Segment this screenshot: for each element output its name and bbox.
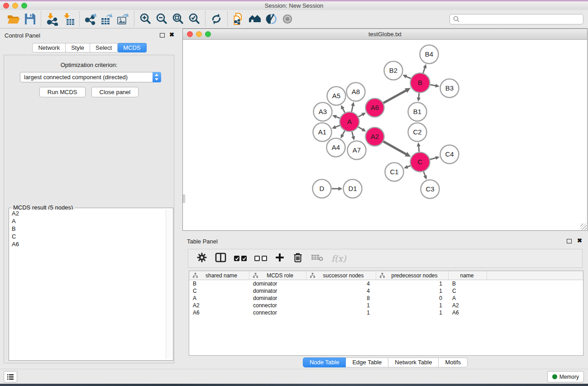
graph-node-c2[interactable]: C2	[408, 123, 427, 142]
cell-mcds-role[interactable]: connector	[249, 302, 306, 309]
delete-table-button[interactable]	[311, 253, 324, 264]
float-table-panel-icon[interactable]	[567, 239, 572, 243]
eye-button[interactable]	[279, 11, 296, 27]
table-row-a[interactable]: Adominator80A	[189, 295, 583, 302]
toggle-graphics-button[interactable]	[263, 11, 279, 27]
cell-successor-nodes[interactable]: 8	[306, 295, 376, 302]
cell-name[interactable]: A6	[449, 309, 487, 316]
graph-edge-a6-b[interactable]	[383, 88, 411, 103]
close-table-panel-icon[interactable]: ✖	[577, 237, 582, 244]
graph-node-c4[interactable]: C4	[440, 145, 459, 164]
graph-edge-a-a8[interactable]	[351, 102, 354, 112]
delete-column-button[interactable]	[292, 252, 303, 265]
column-header-shared-name[interactable]: shared name	[189, 271, 249, 280]
result-item-a6[interactable]: A6	[10, 240, 166, 248]
task-history-button[interactable]	[4, 371, 17, 382]
graph-edge-c-c2[interactable]	[417, 142, 421, 152]
cell-shared-name[interactable]: A	[189, 295, 249, 302]
cell-successor-nodes[interactable]: 1	[306, 302, 376, 309]
float-panel-icon[interactable]	[160, 33, 165, 38]
deselect-all-columns-button[interactable]	[254, 256, 267, 261]
result-item-c[interactable]: C	[10, 233, 166, 240]
graph-edge-b-b1[interactable]	[417, 93, 421, 101]
graph-edge-c-c4[interactable]	[430, 156, 440, 160]
cell-successor-nodes[interactable]: 4	[306, 287, 376, 295]
tab-style[interactable]: Style	[66, 43, 90, 52]
graph-node-a4[interactable]: A4	[327, 138, 345, 157]
graph-edge-a-a1[interactable]	[332, 125, 340, 129]
graph-node-b2[interactable]: B2	[384, 62, 403, 80]
tab-edge-table[interactable]: Edge Table	[346, 357, 388, 367]
import-network-button[interactable]	[44, 11, 60, 27]
cell-mcds-role[interactable]: dominator	[249, 295, 306, 302]
table-settings-button[interactable]	[196, 252, 207, 265]
import-table-button[interactable]	[60, 11, 76, 27]
cell-predecessor-nodes[interactable]: 1	[376, 280, 449, 287]
function-builder-button[interactable]: f(x)	[331, 253, 346, 263]
tab-mcds[interactable]: MCDS	[118, 43, 146, 52]
graph-node-c1[interactable]: C1	[385, 163, 404, 181]
result-item-a[interactable]: A	[10, 217, 166, 225]
tab-motifs[interactable]: Motifs	[439, 357, 468, 367]
save-session-button[interactable]	[22, 11, 38, 27]
cell-name[interactable]: B	[449, 280, 487, 287]
cell-successor-nodes[interactable]: 4	[306, 280, 376, 287]
graph-node-a2[interactable]: A2	[366, 128, 384, 146]
cell-mcds-role[interactable]: connector	[249, 309, 306, 316]
graph-edge-d-d1[interactable]	[332, 187, 343, 191]
cell-name[interactable]: A	[449, 295, 487, 302]
zoom-out-button[interactable]	[153, 11, 170, 27]
cell-successor-nodes[interactable]: 1	[306, 309, 376, 316]
create-column-button[interactable]	[275, 253, 285, 264]
cell-shared-name[interactable]: A6	[189, 309, 249, 316]
result-item-b[interactable]: B	[10, 225, 166, 233]
home-button[interactable]	[247, 11, 263, 27]
graph-node-a8[interactable]: A8	[347, 83, 365, 101]
criterion-dropdown[interactable]: largest connected component (directed)	[20, 72, 161, 82]
graph-edge-b-b2[interactable]	[402, 75, 411, 78]
graph-node-b4[interactable]: B4	[420, 45, 439, 64]
zoom-fit-button[interactable]	[170, 11, 186, 27]
graph-edge-a-a4[interactable]	[340, 131, 344, 138]
close-panel-button[interactable]: Close panel	[91, 87, 139, 97]
network-canvas[interactable]: B4B2BB3A8A5A6B1A3AC2A1A2A4A7C4CC1C3DD1	[183, 40, 587, 230]
tab-network-table[interactable]: Network Table	[388, 357, 439, 367]
table-row-b[interactable]: Bdominator41B	[189, 280, 583, 287]
graph-node-a3[interactable]: A3	[314, 103, 332, 121]
graph-node-a6[interactable]: A6	[366, 99, 384, 117]
run-mcds-button[interactable]: Run MCDS	[39, 87, 86, 97]
graph-node-c3[interactable]: C3	[421, 180, 440, 199]
close-panel-icon[interactable]: ✖	[169, 31, 174, 38]
tab-select[interactable]: Select	[90, 43, 118, 52]
cell-shared-name[interactable]: A2	[189, 302, 249, 309]
cell-name[interactable]: A2	[449, 302, 487, 309]
cell-predecessor-nodes[interactable]: 0	[376, 295, 449, 302]
memory-button[interactable]: Memory	[547, 371, 584, 382]
select-all-columns-button[interactable]	[234, 256, 247, 261]
table-row-a2[interactable]: A2connector11A2	[189, 302, 583, 309]
cell-shared-name[interactable]: B	[189, 280, 249, 287]
cell-name[interactable]: C	[449, 287, 487, 295]
graph-node-a1[interactable]: A1	[313, 123, 332, 142]
cell-predecessor-nodes[interactable]: 1	[376, 287, 449, 295]
tab-network[interactable]: Network	[32, 43, 66, 52]
graph-node-d1[interactable]: D1	[344, 180, 362, 198]
result-item-a2[interactable]: A2	[10, 210, 166, 217]
graph-node-a7[interactable]: A7	[348, 141, 366, 160]
vertical-scroll-grip[interactable]	[183, 195, 185, 203]
cell-predecessor-nodes[interactable]: 1	[376, 302, 449, 309]
resize-grip-icon[interactable]	[580, 224, 587, 230]
graph-node-b[interactable]: B	[411, 73, 430, 93]
graph-edge-a-a3[interactable]	[332, 115, 340, 119]
refresh-button[interactable]	[208, 11, 225, 27]
cell-mcds-role[interactable]: dominator	[249, 280, 306, 287]
graph-node-b1[interactable]: B1	[408, 103, 427, 121]
graph-edge-b-b3[interactable]	[430, 84, 440, 87]
search-input[interactable]	[460, 16, 580, 22]
graph-edge-c-c3[interactable]	[423, 172, 427, 180]
graph-edge-b-b4[interactable]	[423, 64, 426, 73]
result-scrollbar[interactable]	[166, 210, 172, 359]
cell-predecessor-nodes[interactable]: 1	[376, 309, 449, 316]
graph-edge-a-a5[interactable]	[341, 105, 345, 113]
column-header-predecessor-nodes[interactable]: predecessor nodes	[376, 271, 449, 280]
